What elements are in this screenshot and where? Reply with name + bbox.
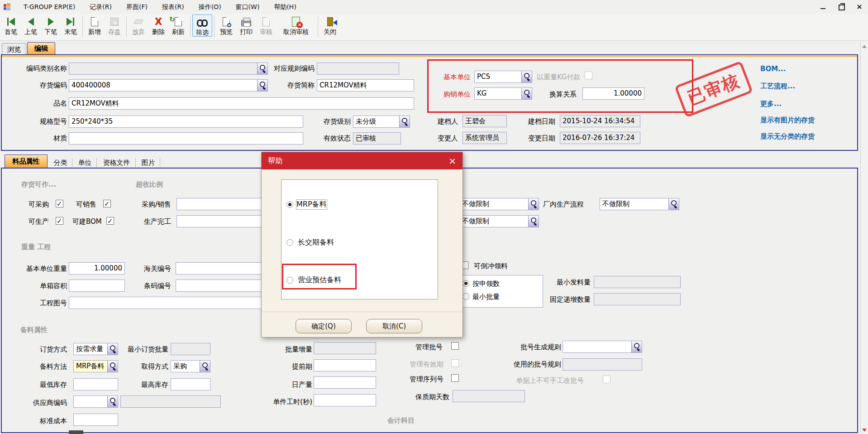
std-cost-field[interactable]	[73, 414, 118, 426]
menu-record[interactable]: 记录(R)	[82, 0, 119, 14]
toolbar-cancel-audit-button[interactable]: 取消审核	[276, 14, 316, 36]
option-highlight-box	[282, 264, 357, 289]
dialog-close-icon[interactable]: ×	[448, 152, 456, 169]
menu-report[interactable]: 报表(R)	[155, 0, 191, 14]
radio-long-lead-prep[interactable]	[286, 239, 293, 246]
tab-unit[interactable]: 单位	[73, 158, 97, 167]
close-window-icon[interactable]: ×	[855, 3, 863, 11]
link-show-unclassified[interactable]: 显示无分类的存货	[760, 132, 815, 141]
lookup-icon[interactable]	[631, 341, 642, 352]
label-order-mode: 订货方式	[27, 345, 67, 354]
prep-method-field[interactable]: MRP备料	[73, 360, 118, 372]
scroll-up-icon[interactable]	[862, 42, 867, 47]
link-bom[interactable]: BOM...	[760, 65, 786, 73]
material-field[interactable]	[69, 132, 303, 145]
lookup-icon[interactable]	[200, 361, 210, 372]
toolbar-preview-button[interactable]: 预览	[216, 14, 236, 36]
option-mrp-prep[interactable]: MRP备料	[296, 200, 327, 209]
product-name-field[interactable]: CR12MOV精料	[69, 97, 414, 110]
option-long-lead-prep[interactable]: 长交期备料	[298, 238, 334, 247]
save-floppy-icon	[105, 15, 124, 28]
tab-image[interactable]: 图片	[137, 158, 160, 167]
toolbar-close-button[interactable]: 关闭	[320, 14, 340, 36]
item-code-field[interactable]: 400400008	[69, 79, 268, 92]
order-mode-field[interactable]: 按需求量	[73, 343, 118, 355]
rule-code-field[interactable]	[317, 63, 399, 75]
lead-time-field[interactable]	[314, 359, 376, 371]
lookup-icon[interactable]	[521, 88, 532, 99]
radio-min-batch[interactable]	[463, 293, 469, 300]
lookup-icon[interactable]	[107, 343, 118, 355]
supplier-code-field[interactable]	[73, 395, 118, 408]
checkbox-can-produce[interactable]	[56, 217, 63, 225]
link-show-with-image[interactable]: 显示有图片的存货	[760, 116, 815, 125]
spec-model-field[interactable]: 250*240*35	[69, 116, 303, 128]
new-doc-icon	[85, 15, 105, 28]
min-stock-field[interactable]	[73, 378, 118, 391]
code-category-field[interactable]	[69, 63, 268, 75]
menu-operate[interactable]: 操作(O)	[191, 0, 229, 14]
label-code-category: 编码类别名称	[4, 64, 67, 73]
cancel-button[interactable]: 取消(C)	[366, 319, 422, 333]
daily-output-field[interactable]	[314, 376, 376, 389]
vertical-scrollbar[interactable]	[860, 41, 868, 434]
lookup-icon[interactable]	[521, 71, 532, 82]
restriction-field-2[interactable]: 不做限制	[459, 215, 539, 227]
tab-edit[interactable]: 编辑	[27, 42, 55, 55]
scroll-down-icon[interactable]	[862, 428, 867, 433]
toolbar-first-button[interactable]: 首笔	[1, 14, 21, 36]
toolbar-new-button[interactable]: 新增	[85, 14, 105, 36]
restriction-field-1[interactable]: 不做限制	[459, 198, 539, 210]
lookup-icon[interactable]	[107, 396, 118, 407]
tab-browse[interactable]: 浏览	[2, 43, 26, 55]
toolbar-prev-button[interactable]: 上笔	[21, 14, 41, 36]
menu-window[interactable]: 窗口(W)	[229, 0, 267, 14]
box-volume-field[interactable]	[69, 280, 125, 292]
checkbox-manage-serial[interactable]	[451, 374, 459, 382]
checkbox-can-sale[interactable]	[103, 200, 111, 207]
menu-app[interactable]: T-GROUP ERP(E)	[16, 0, 82, 14]
dialog-title-bar[interactable]: 帮助 ×	[262, 152, 463, 169]
tab-classification[interactable]: 分类	[49, 158, 72, 167]
preview-icon	[216, 15, 236, 28]
checkbox-can-bom[interactable]	[106, 217, 114, 225]
base-unit-weight-value: 1.00000	[69, 263, 124, 274]
lookup-icon[interactable]	[528, 216, 539, 227]
link-more[interactable]: 更多...	[760, 100, 782, 108]
dialog-footer	[262, 312, 463, 338]
toolbar-next-button[interactable]: 下笔	[41, 14, 61, 36]
batch-rule-field[interactable]	[563, 341, 642, 353]
label-can-sale: 可销售	[76, 200, 96, 209]
menu-interface[interactable]: 界面(F)	[119, 0, 155, 14]
ok-button[interactable]: 确定(Q)	[296, 319, 352, 333]
lookup-icon[interactable]	[107, 361, 118, 372]
item-abbr-field[interactable]: CR12MOV精料	[317, 79, 414, 92]
conversion-field[interactable]: 1.00000	[582, 87, 644, 100]
toolbar-delete-button[interactable]: X 删除	[148, 14, 168, 36]
unit-work-time-field[interactable]	[314, 394, 376, 406]
menu-help[interactable]: 帮助(H)	[267, 0, 303, 14]
link-process-flow[interactable]: 工艺流程...	[760, 82, 795, 91]
toolbar-last-button[interactable]: 末笔	[61, 14, 81, 36]
max-stock-field[interactable]	[171, 378, 210, 391]
radio-by-application[interactable]	[463, 280, 469, 287]
trade-unit-field[interactable]: KG	[474, 87, 532, 100]
radio-mrp-prep[interactable]	[286, 201, 293, 208]
lookup-icon[interactable]	[528, 198, 539, 210]
checkbox-can-purchase[interactable]	[56, 200, 63, 207]
acquire-mode-field[interactable]: 采购	[171, 360, 210, 372]
checkbox-manage-batch[interactable]	[451, 342, 459, 350]
factory-flow-field[interactable]: 不做限制	[600, 198, 679, 210]
tab-item-properties[interactable]: 料品属性	[5, 154, 48, 168]
toolbar-print-button[interactable]: 打印	[236, 14, 256, 36]
lookup-icon[interactable]	[399, 116, 410, 127]
toolbar-filter-button[interactable]: 筛选	[192, 14, 212, 37]
minimize-icon[interactable]	[819, 3, 827, 11]
base-unit-field[interactable]: PCS	[474, 71, 532, 83]
base-unit-weight-field[interactable]: 1.00000	[69, 262, 125, 275]
restore-icon[interactable]	[837, 3, 845, 11]
lookup-icon[interactable]	[668, 198, 679, 210]
tab-qualification[interactable]: 资格文件	[98, 158, 136, 167]
item-level-field[interactable]: 未分级	[353, 116, 410, 128]
toolbar-refresh-button[interactable]: ↻ 刷新	[168, 14, 188, 36]
